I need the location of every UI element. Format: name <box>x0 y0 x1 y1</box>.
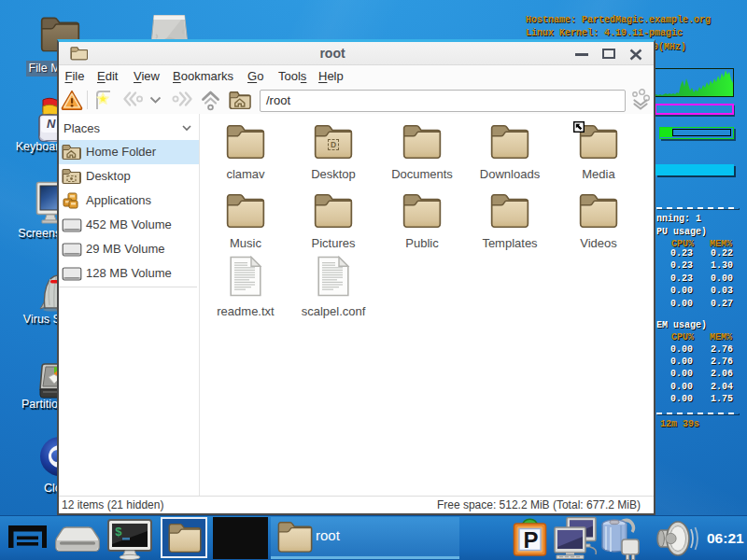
svg-text:P: P <box>524 527 539 553</box>
svg-text:N: N <box>47 117 56 131</box>
svg-text:$: $ <box>115 525 122 539</box>
